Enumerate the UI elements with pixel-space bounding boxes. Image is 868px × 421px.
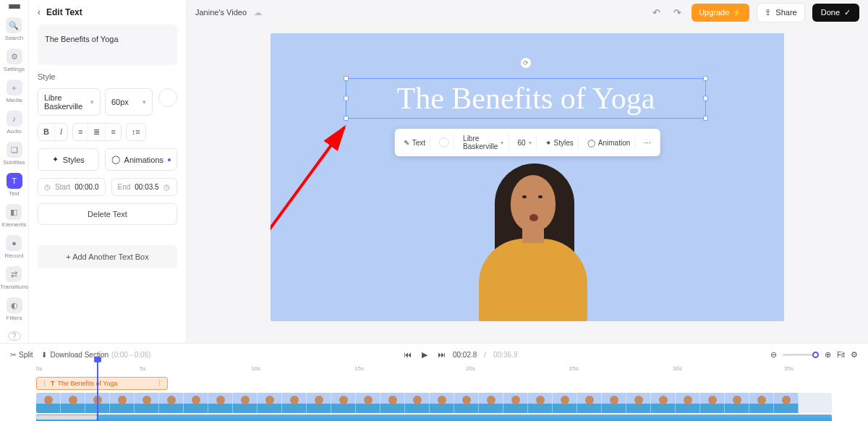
timeline-ruler: 0s 5s 10s 15s 20s 25s 30s 35s — [36, 365, 832, 377]
stage: Janine's Video ☁ ↶ ↷ Upgrade⚡ ⇪Share Don… — [187, 0, 868, 343]
resize-handle[interactable] — [344, 96, 349, 101]
rail-settings[interactable]: ⚙Settings — [4, 47, 25, 74]
resize-handle[interactable] — [703, 116, 708, 121]
animations-button[interactable]: ◯Animations — [105, 148, 177, 171]
end-time-input[interactable]: End00:03.5◷ — [111, 178, 178, 196]
rail-text[interactable]: TText — [7, 171, 22, 198]
fb-animation-button[interactable]: ◯Animation — [583, 136, 635, 150]
resize-handle[interactable] — [703, 96, 708, 101]
check-icon: ✓ — [844, 8, 851, 17]
clock-icon: ◷ — [163, 183, 170, 191]
align-group: ≡ ≣ ≡ — [72, 123, 122, 141]
elements-icon: ◧ — [6, 204, 22, 220]
floating-toolbar: ✎Text Libre Baskerville▾ 60▾ ✦Styles ◯An… — [395, 129, 660, 156]
fb-color-button[interactable] — [435, 135, 454, 150]
share-button[interactable]: ⇪Share — [757, 3, 804, 22]
zoom-slider[interactable] — [783, 354, 819, 356]
plus-icon: ＋ — [7, 80, 22, 95]
resize-handle[interactable] — [703, 76, 708, 81]
edit-text-panel: ‹ Edit Text The Benefits of Yoga Style L… — [29, 0, 187, 343]
italic-button[interactable]: I — [55, 124, 67, 140]
undo-button[interactable]: ↶ — [650, 7, 663, 18]
rotate-handle[interactable]: ⟳ — [520, 57, 532, 69]
start-time-input[interactable]: ◷Start00:00.0 — [38, 178, 106, 196]
project-title[interactable]: Janine's Video — [195, 8, 247, 17]
clip-handle-icon[interactable]: ⋮ — [156, 380, 163, 387]
resize-handle[interactable] — [344, 76, 349, 81]
font-select[interactable]: Libre Baskerville▾ — [38, 88, 101, 116]
gear-icon: ⚙ — [7, 48, 22, 64]
record-icon: ● — [6, 235, 22, 251]
chevron-down-icon: ▾ — [501, 140, 503, 146]
download-icon: ⬇ — [41, 351, 47, 359]
share-icon: ⇪ — [765, 8, 771, 17]
settings-icon[interactable]: ⚙ — [851, 350, 858, 360]
rail-record[interactable]: ●Record — [5, 234, 24, 260]
spacing-group: ↕≡ — [126, 123, 146, 141]
fit-button[interactable]: Fit — [837, 351, 845, 359]
bold-button[interactable]: B — [38, 124, 55, 140]
rail-filters[interactable]: ◐Filters — [7, 296, 22, 323]
resize-handle[interactable] — [344, 116, 349, 121]
fb-more-button[interactable]: ⋯ — [639, 136, 655, 150]
line-spacing-button[interactable]: ↕≡ — [127, 124, 145, 140]
color-swatch-icon — [439, 137, 449, 148]
zoom-out-button[interactable]: ⊖ — [770, 350, 777, 360]
chevron-down-icon: ▾ — [142, 98, 146, 106]
size-select[interactable]: 60px▾ — [105, 88, 153, 116]
redo-button[interactable]: ↷ — [671, 7, 684, 18]
rail-search[interactable]: 🔍Search — [5, 16, 23, 43]
chevron-down-icon: ▾ — [529, 140, 532, 146]
align-right-button[interactable]: ≡ — [106, 124, 120, 140]
zoom-in-button[interactable]: ⊕ — [825, 350, 831, 360]
upgrade-button[interactable]: Upgrade⚡ — [692, 4, 749, 22]
fb-size-select[interactable]: 60▾ — [513, 136, 536, 150]
filters-icon: ◐ — [7, 297, 22, 313]
playhead[interactable] — [97, 361, 98, 421]
done-button[interactable]: Done✓ — [812, 4, 859, 22]
color-swatch[interactable] — [158, 88, 177, 107]
video-canvas[interactable]: ⟳ The Benefits of Yoga ✎Text Libre Baske… — [271, 33, 784, 321]
clock-icon: ◷ — [44, 183, 51, 191]
fb-styles-button[interactable]: ✦Styles — [541, 136, 579, 150]
align-left-button[interactable]: ≡ — [73, 124, 88, 140]
cloud-icon: ☁ — [254, 8, 262, 17]
text-input[interactable]: The Benefits of Yoga — [38, 25, 177, 65]
video-track[interactable] — [36, 393, 832, 413]
text-icon: T — [51, 380, 55, 387]
timeline-scrollbar[interactable] — [36, 415, 97, 420]
sparkle-icon: ✦ — [545, 139, 551, 147]
rail-media[interactable]: ＋Media — [7, 78, 22, 105]
fb-text-button[interactable]: ✎Text — [399, 136, 430, 150]
left-rail: 🔍Search ⚙Settings ＋Media ♪Audio ❏Subtitl… — [0, 0, 29, 343]
video-frame-person — [444, 148, 610, 321]
text-selection-box[interactable]: ⟳ The Benefits of Yoga — [346, 78, 706, 119]
canvas-title-text[interactable]: The Benefits of Yoga — [397, 81, 655, 116]
clip-handle-icon[interactable]: ⋮ — [41, 380, 48, 387]
playback-controls: ⏮ ▶ ⏭ 00:02.8 / 00:36.9 — [404, 349, 518, 360]
forward-button[interactable]: ⏭ — [438, 350, 446, 359]
search-icon: 🔍 — [6, 17, 22, 33]
play-button[interactable]: ▶ — [419, 349, 430, 360]
menu-icon[interactable] — [9, 4, 20, 9]
split-button[interactable]: ✂Split — [10, 351, 33, 359]
timeline[interactable]: ⋮TThe Benefits of Yoga⋮ — [36, 377, 832, 421]
svg-line-0 — [271, 127, 344, 236]
bolt-icon: ⚡ — [732, 8, 742, 17]
delete-text-button[interactable]: Delete Text — [38, 203, 177, 225]
add-text-box-button[interactable]: + Add Another Text Box — [38, 245, 177, 268]
rail-transitions[interactable]: ⇄Transitions — [0, 265, 28, 292]
rewind-button[interactable]: ⏮ — [404, 350, 412, 359]
audio-track[interactable] — [36, 414, 832, 421]
align-center-button[interactable]: ≣ — [88, 124, 106, 140]
help-icon[interactable]: ? — [8, 331, 21, 341]
rail-subtitles[interactable]: ❏Subtitles — [3, 140, 25, 167]
styles-button[interactable]: ✦Styles — [38, 148, 99, 171]
text-format-group: B I — [38, 123, 68, 141]
back-icon[interactable]: ‹ — [38, 7, 41, 17]
rail-elements[interactable]: ◧Elements — [2, 203, 26, 229]
fb-font-select[interactable]: Libre Baskerville▾ — [459, 132, 509, 153]
text-clip[interactable]: ⋮TThe Benefits of Yoga⋮ — [36, 377, 168, 390]
chevron-down-icon: ▾ — [90, 98, 94, 106]
rail-audio[interactable]: ♪Audio — [7, 109, 22, 136]
